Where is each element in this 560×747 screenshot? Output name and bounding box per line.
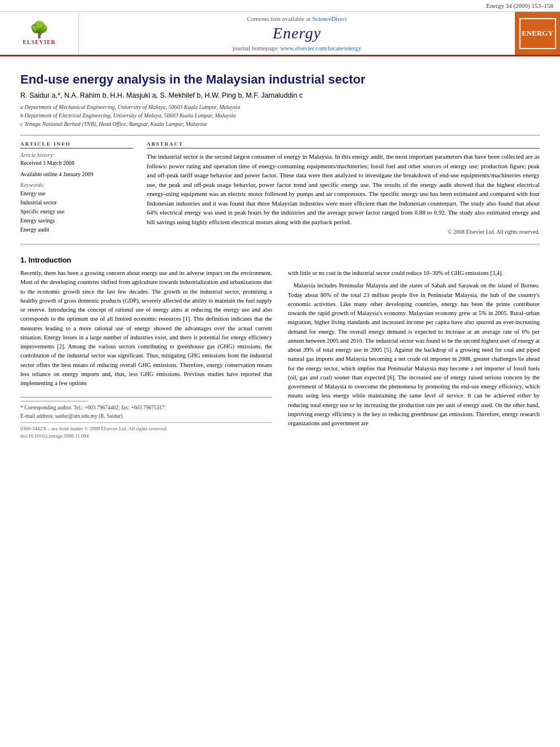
journal-citation: Energy 34 (2009) 153–158 [486, 2, 553, 9]
elsevier-logo-box: 🌳 ELSEVIER [14, 18, 65, 49]
body-section: 1. Introduction Recently, there has been… [20, 256, 540, 440]
affiliation-b: b Department of Electrical Engineering, … [20, 111, 540, 120]
body-left-para-1: Recently, there has been a growing conce… [20, 269, 272, 388]
journal-homepage-link[interactable]: www.elsevier.com/locate/energy [281, 45, 361, 51]
body-right-col: with little or no cost in the industrial… [288, 269, 540, 440]
footnote-rule [20, 401, 88, 401]
doi-text: doi:10.1016/j.energy.2008.11.004 [20, 433, 272, 440]
main-content: End-use energy analysis in the Malaysian… [0, 56, 560, 451]
body-columns: Recently, there has been a growing conce… [20, 269, 540, 440]
abstract-copyright: © 2008 Elsevier Ltd. All rights reserved… [147, 229, 540, 235]
journal-title: Energy [273, 24, 321, 42]
sciencedirect-link[interactable]: ScienceDirect [312, 15, 347, 22]
body-right-para-2: Malaysia includes Peninsular Malaysia an… [288, 281, 540, 428]
history-label: Article history: [20, 152, 133, 158]
keywords-list: Energy use Industrial sector Specific en… [20, 189, 133, 234]
keywords-label: Keywords: [20, 182, 133, 188]
affiliations: a Department of Mechanical Engineering, … [20, 103, 540, 128]
body-right-para-1: with little or no cost in the industrial… [288, 269, 540, 278]
energy-logo-text: ENERGY [522, 29, 553, 38]
body-right-text: with little or no cost in the industrial… [288, 269, 540, 429]
elsevier-logo-area: 🌳 ELSEVIER [0, 12, 79, 55]
energy-logo-area: ENERGY [515, 12, 560, 55]
issn-bar: 0360-5442/$ – see front matter © 2008 El… [20, 422, 272, 440]
affiliation-a: a Department of Mechanical Engineering, … [20, 103, 540, 111]
keyword-2: Industrial sector [20, 198, 133, 207]
journal-title-area: Contents lists available at ScienceDirec… [79, 12, 515, 55]
received-date: Received 3 March 2008 [20, 159, 133, 167]
body-left-col: Recently, there has been a growing conce… [20, 269, 272, 440]
abstract-heading: ABSTRACT [147, 141, 540, 148]
journal-header: 🌳 ELSEVIER Contents lists available at S… [0, 12, 560, 56]
section1-title: 1. Introduction [20, 256, 540, 264]
footnotes: * Corresponding author. Tel.: +603 79674… [20, 397, 272, 440]
keyword-3: Specific energy use [20, 207, 133, 216]
abstract-col: ABSTRACT The industrial sector is the se… [147, 141, 540, 235]
article-info-abstract: ARTICLE INFO Article history: Received 3… [20, 141, 540, 235]
abstract-text: The industrial sector is the second larg… [147, 152, 540, 226]
footnote-email: E-mail address: saidur@um.edu.my (R. Sai… [20, 412, 272, 420]
affiliation-c: c Tenaga Nasional Berhad (TNB), Head Off… [20, 120, 540, 128]
elsevier-wordmark: ELSEVIER [23, 39, 56, 45]
top-bar: Energy 34 (2009) 153–158 [0, 0, 560, 12]
footnote-star: * Corresponding author. Tel.: +603 79674… [20, 404, 272, 412]
energy-logo-box: ENERGY [519, 18, 556, 49]
body-divider [20, 244, 540, 244]
article-info-heading: ARTICLE INFO [20, 141, 133, 148]
available-online: Available online 4 January 2009 [20, 171, 133, 178]
body-left-text: Recently, there has been a growing conce… [20, 269, 272, 388]
header-divider [20, 135, 540, 136]
keyword-1: Energy use [20, 189, 133, 198]
keyword-4: Energy savings [20, 216, 133, 225]
issn-text: 0360-5442/$ – see front matter © 2008 El… [20, 425, 272, 433]
article-info-col: ARTICLE INFO Article history: Received 3… [20, 141, 133, 235]
keyword-5: Energy audit [20, 225, 133, 234]
article-title: End-use energy analysis in the Malaysian… [20, 72, 540, 87]
sciencedirect-line: Contents lists available at ScienceDirec… [247, 15, 347, 22]
elsevier-tree-icon: 🌳 [29, 22, 49, 38]
journal-homepage-line: journal homepage: www.elsevier.com/locat… [233, 45, 361, 51]
authors-line: R. Saidur a,*, N.A. Rahim b, H.H. Masjuk… [20, 91, 540, 99]
